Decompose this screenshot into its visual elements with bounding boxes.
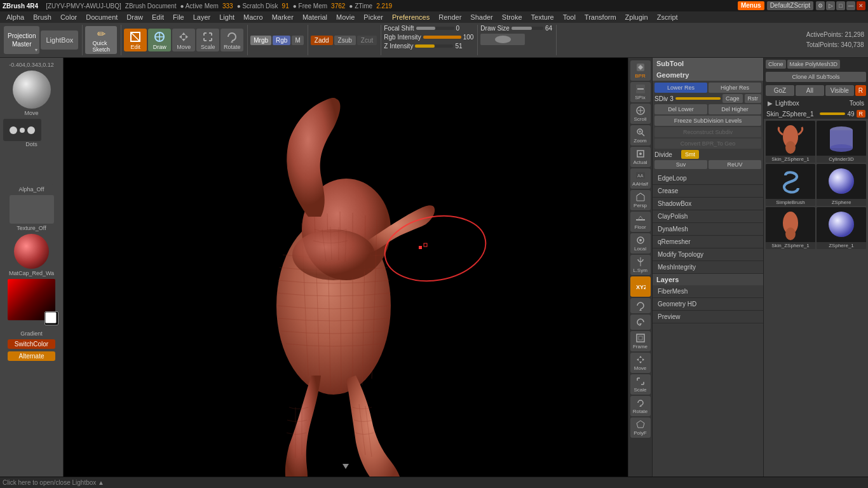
scale-button[interactable]: Scale (196, 29, 219, 51)
script-button[interactable]: DefaultZScript (767, 1, 813, 10)
zsub-button[interactable]: Zsub (334, 36, 356, 45)
color-item[interactable]: Gradient (3, 279, 60, 337)
icon-btn-3[interactable]: □ (836, 1, 845, 10)
rotate2-button[interactable] (630, 315, 651, 330)
color-white[interactable] (45, 312, 57, 323)
clone-all-subtools-button[interactable]: Clone All SubTools (766, 72, 866, 82)
geometry-header[interactable]: Geometry (653, 69, 763, 81)
menu-shader[interactable]: Shader (466, 13, 496, 22)
make-polymesh3d-button[interactable]: Make PolyMesh3D (787, 60, 841, 69)
thumb-cylinder3d[interactable]: Cylinder3D (817, 121, 866, 163)
skin-r-button[interactable]: R (857, 110, 866, 118)
tools-label[interactable]: Tools (850, 100, 864, 107)
menu-alpha[interactable]: Alpha (3, 13, 28, 22)
all-button[interactable]: All (796, 85, 824, 96)
thumb-zsphere1[interactable]: ZSphere_1 (817, 207, 866, 249)
zoom-button[interactable]: Zoom (630, 125, 651, 146)
move-button[interactable]: Move (172, 29, 195, 51)
clay-polish-item[interactable]: ClayPolish (653, 210, 763, 223)
bpr-button[interactable]: BPR (630, 60, 651, 81)
menu-color[interactable]: Color (57, 13, 81, 22)
menu-file[interactable]: File (169, 13, 188, 22)
q-remesher-item[interactable]: qRemesher (653, 236, 763, 248)
scale-sym-button[interactable]: Scale (630, 374, 651, 395)
scroll-button[interactable]: Scroll (630, 104, 651, 124)
zcut-button[interactable]: Zcut (357, 36, 377, 45)
mrgb-button[interactable]: Mrgb (250, 36, 271, 45)
icon-btn-2[interactable]: ▷ (826, 1, 835, 10)
rstr-button[interactable]: Rstr (745, 94, 762, 103)
del-lower-button[interactable]: Del Lower (654, 104, 707, 114)
lsym-button[interactable]: L.Sym (630, 255, 651, 275)
rotate-button[interactable]: Rotate (220, 29, 243, 51)
lightbox-button[interactable]: LightBox (41, 30, 78, 50)
menu-picker[interactable]: Picker (360, 13, 387, 22)
fiber-mesh-item[interactable]: FiberMesh (653, 285, 763, 298)
visible-button[interactable]: Visible (825, 85, 854, 96)
menu-edit[interactable]: Edit (148, 13, 168, 22)
menu-preferences[interactable]: Preferences (388, 13, 433, 22)
menu-macro[interactable]: Macro (240, 13, 267, 22)
higher-res-button[interactable]: Higher Res (709, 83, 761, 93)
layers-header[interactable]: Layers (653, 274, 763, 285)
edit-button[interactable]: Edit (124, 29, 147, 51)
menu-draw[interactable]: Draw (123, 13, 147, 22)
thumb-zsphere[interactable]: ZSphere (817, 164, 866, 206)
modify-topology-item[interactable]: Modify Topology (653, 248, 763, 261)
menu-document[interactable]: Document (82, 13, 121, 22)
quick-sketch-button[interactable]: ✏ Quick Sketch (85, 26, 117, 54)
texture-item[interactable]: Texture_Off (3, 195, 60, 231)
spix-button[interactable]: SPix (630, 82, 651, 102)
r-button[interactable]: R (855, 85, 866, 96)
floor-button[interactable]: Floor (630, 212, 651, 232)
lightbox-label[interactable]: Lightbox (775, 100, 799, 107)
polyf-button[interactable]: PolyF (630, 417, 651, 438)
lower-res-button[interactable]: Lower Res (654, 83, 707, 93)
rgb-button[interactable]: Rgb (273, 36, 290, 45)
shadow-box-item[interactable]: ShadowBox (653, 198, 763, 210)
freeze-subdivision-button[interactable]: Freeze SubDivision Levels (654, 116, 761, 126)
matcap-item[interactable]: MatCap_Red_Wa (3, 234, 60, 276)
crease-item[interactable]: Crease (653, 185, 763, 198)
menu-stroke[interactable]: Stroke (498, 13, 526, 22)
smt-button[interactable]: Smt (681, 150, 699, 159)
sdiv-slider[interactable] (675, 97, 721, 100)
switch-color-button[interactable]: SwitchColor (8, 339, 55, 349)
move-sym-button[interactable]: Move (630, 353, 651, 373)
alpha-item[interactable]: Alpha_Off (3, 150, 60, 193)
thumb-skin-zsphere1b[interactable]: Skin_ZSphere_1 (766, 207, 815, 249)
alternate-button[interactable]: Alternate (8, 351, 55, 361)
geometry-hd-item[interactable]: Geometry HD (653, 298, 763, 311)
thumb-simplebrush[interactable]: SimpleBrush (766, 164, 815, 206)
menu-layer[interactable]: Layer (189, 13, 215, 22)
menu-zscript[interactable]: Zscript (653, 13, 682, 22)
rotate-sym-button[interactable] (630, 298, 651, 313)
aahalf-button[interactable]: AA AAHalf (630, 168, 651, 189)
del-higher-button[interactable]: Del Higher (709, 104, 761, 114)
goz-button[interactable]: GoZ (766, 85, 794, 96)
convert-bpr-button[interactable]: Convert BPR_To Geo (654, 139, 761, 149)
move-brush-item[interactable]: Move (3, 71, 60, 116)
m-button[interactable]: M (292, 36, 303, 45)
zadd-button[interactable]: Zadd (311, 36, 333, 45)
canvas-background[interactable] (64, 58, 628, 477)
rotate-icon-button[interactable]: Rotate (630, 396, 651, 416)
skin-slider[interactable] (820, 112, 845, 115)
dyna-mesh-item[interactable]: DynaMesh (653, 223, 763, 236)
menu-material[interactable]: Material (299, 13, 331, 22)
menu-brush[interactable]: Brush (29, 13, 55, 22)
menu-render[interactable]: Render (435, 13, 465, 22)
suv-button[interactable]: Suv (654, 160, 707, 169)
menu-tool[interactable]: Tool (559, 13, 580, 22)
icon-btn-1[interactable]: ⚙ (816, 1, 825, 10)
menu-light[interactable]: Light (215, 13, 238, 22)
mesh-integrity-item[interactable]: MeshIntegrity (653, 261, 763, 274)
local-button[interactable]: Local (630, 233, 651, 254)
frame-button[interactable]: Frame (630, 331, 651, 351)
menu-texture[interactable]: Texture (527, 13, 558, 22)
icon-btn-4[interactable]: — (846, 1, 855, 10)
reuv-button[interactable]: ReUV (709, 160, 761, 169)
close-button[interactable]: ✕ (857, 1, 865, 10)
xyz-button[interactable]: XYZ (630, 276, 651, 297)
menu-zplugin[interactable]: Zplugin (621, 13, 652, 22)
